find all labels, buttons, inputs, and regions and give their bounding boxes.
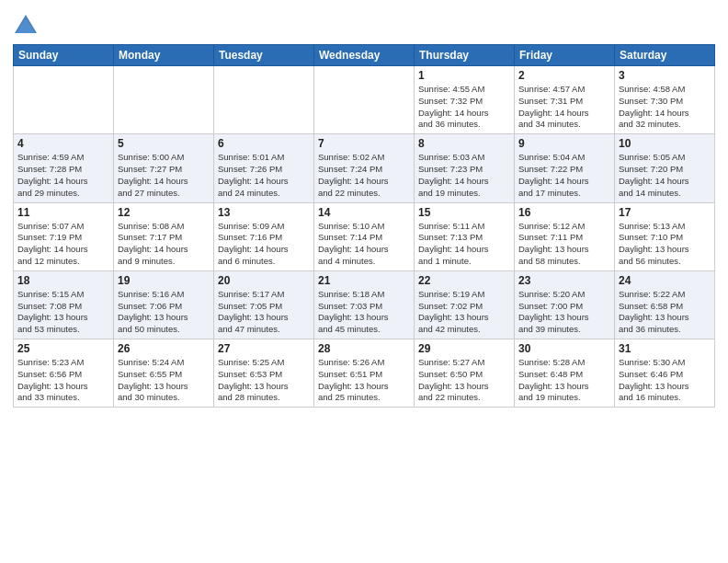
day-info: Sunrise: 5:30 AM Sunset: 6:46 PM Dayligh… — [619, 357, 711, 404]
calendar-cell: 30Sunrise: 5:28 AM Sunset: 6:48 PM Dayli… — [515, 339, 615, 408]
day-info: Sunrise: 5:07 AM Sunset: 7:19 PM Dayligh… — [17, 221, 109, 268]
day-info: Sunrise: 5:17 AM Sunset: 7:05 PM Dayligh… — [218, 289, 310, 336]
day-number: 2 — [518, 69, 610, 82]
calendar-cell: 6Sunrise: 5:01 AM Sunset: 7:26 PM Daylig… — [214, 134, 314, 202]
day-number: 31 — [619, 342, 711, 355]
day-number: 12 — [118, 206, 210, 219]
day-info: Sunrise: 5:19 AM Sunset: 7:02 PM Dayligh… — [418, 289, 510, 336]
day-number: 27 — [218, 342, 310, 355]
day-number: 20 — [218, 274, 310, 287]
calendar-table: SundayMondayTuesdayWednesdayThursdayFrid… — [13, 44, 715, 408]
calendar-cell: 3Sunrise: 4:58 AM Sunset: 7:30 PM Daylig… — [615, 66, 715, 134]
day-info: Sunrise: 5:26 AM Sunset: 6:51 PM Dayligh… — [318, 357, 410, 404]
day-info: Sunrise: 5:04 AM Sunset: 7:22 PM Dayligh… — [518, 152, 610, 199]
day-info: Sunrise: 5:16 AM Sunset: 7:06 PM Dayligh… — [118, 289, 210, 336]
day-number: 23 — [518, 274, 610, 287]
day-number: 15 — [418, 206, 510, 219]
calendar-cell: 11Sunrise: 5:07 AM Sunset: 7:19 PM Dayli… — [14, 202, 114, 270]
day-info: Sunrise: 4:58 AM Sunset: 7:30 PM Dayligh… — [619, 84, 711, 131]
day-number: 26 — [118, 342, 210, 355]
day-number: 29 — [418, 342, 510, 355]
day-info: Sunrise: 5:10 AM Sunset: 7:14 PM Dayligh… — [318, 221, 410, 268]
calendar-weekday-saturday: Saturday — [615, 45, 715, 66]
calendar-weekday-wednesday: Wednesday — [314, 45, 415, 66]
day-info: Sunrise: 5:27 AM Sunset: 6:50 PM Dayligh… — [418, 357, 510, 404]
day-number: 22 — [418, 274, 510, 287]
calendar-weekday-thursday: Thursday — [415, 45, 515, 66]
day-info: Sunrise: 5:22 AM Sunset: 6:58 PM Dayligh… — [619, 289, 711, 336]
calendar-cell: 28Sunrise: 5:26 AM Sunset: 6:51 PM Dayli… — [314, 339, 415, 408]
day-info: Sunrise: 5:25 AM Sunset: 6:53 PM Dayligh… — [218, 357, 310, 404]
day-info: Sunrise: 5:00 AM Sunset: 7:27 PM Dayligh… — [118, 152, 210, 199]
calendar-cell — [214, 66, 314, 134]
day-number: 4 — [17, 137, 109, 150]
calendar-week-row: 11Sunrise: 5:07 AM Sunset: 7:19 PM Dayli… — [14, 202, 715, 270]
calendar-week-row: 4Sunrise: 4:59 AM Sunset: 7:28 PM Daylig… — [14, 134, 715, 202]
calendar-cell: 10Sunrise: 5:05 AM Sunset: 7:20 PM Dayli… — [615, 134, 715, 202]
calendar-cell: 29Sunrise: 5:27 AM Sunset: 6:50 PM Dayli… — [415, 339, 515, 408]
calendar-cell: 4Sunrise: 4:59 AM Sunset: 7:28 PM Daylig… — [14, 134, 114, 202]
day-number: 8 — [418, 137, 510, 150]
day-number: 17 — [619, 206, 711, 219]
day-number: 30 — [518, 342, 610, 355]
page: SundayMondayTuesdayWednesdayThursdayFrid… — [0, 0, 728, 563]
day-info: Sunrise: 5:18 AM Sunset: 7:03 PM Dayligh… — [318, 289, 410, 336]
day-number: 13 — [218, 206, 310, 219]
day-info: Sunrise: 5:02 AM Sunset: 7:24 PM Dayligh… — [318, 152, 410, 199]
day-info: Sunrise: 4:57 AM Sunset: 7:31 PM Dayligh… — [518, 84, 610, 131]
calendar-cell: 17Sunrise: 5:13 AM Sunset: 7:10 PM Dayli… — [615, 202, 715, 270]
day-info: Sunrise: 5:08 AM Sunset: 7:17 PM Dayligh… — [118, 221, 210, 268]
day-info: Sunrise: 5:15 AM Sunset: 7:08 PM Dayligh… — [17, 289, 109, 336]
calendar-cell: 31Sunrise: 5:30 AM Sunset: 6:46 PM Dayli… — [615, 339, 715, 408]
calendar-cell: 7Sunrise: 5:02 AM Sunset: 7:24 PM Daylig… — [314, 134, 415, 202]
calendar-cell: 22Sunrise: 5:19 AM Sunset: 7:02 PM Dayli… — [415, 270, 515, 339]
calendar-cell — [314, 66, 415, 134]
day-number: 6 — [218, 137, 310, 150]
calendar-cell — [114, 66, 214, 134]
day-info: Sunrise: 5:23 AM Sunset: 6:56 PM Dayligh… — [17, 357, 109, 404]
calendar-cell: 14Sunrise: 5:10 AM Sunset: 7:14 PM Dayli… — [314, 202, 415, 270]
calendar-cell: 26Sunrise: 5:24 AM Sunset: 6:55 PM Dayli… — [114, 339, 214, 408]
calendar-week-row: 18Sunrise: 5:15 AM Sunset: 7:08 PM Dayli… — [14, 270, 715, 339]
day-info: Sunrise: 5:03 AM Sunset: 7:23 PM Dayligh… — [418, 152, 510, 199]
day-number: 16 — [518, 206, 610, 219]
calendar-cell: 5Sunrise: 5:00 AM Sunset: 7:27 PM Daylig… — [114, 134, 214, 202]
calendar-weekday-sunday: Sunday — [14, 45, 114, 66]
calendar-week-row: 1Sunrise: 4:55 AM Sunset: 7:32 PM Daylig… — [14, 66, 715, 134]
day-info: Sunrise: 4:59 AM Sunset: 7:28 PM Dayligh… — [17, 152, 109, 199]
day-number: 18 — [17, 274, 109, 287]
calendar-cell: 13Sunrise: 5:09 AM Sunset: 7:16 PM Dayli… — [214, 202, 314, 270]
calendar-cell: 25Sunrise: 5:23 AM Sunset: 6:56 PM Dayli… — [14, 339, 114, 408]
calendar-cell: 18Sunrise: 5:15 AM Sunset: 7:08 PM Dayli… — [14, 270, 114, 339]
day-info: Sunrise: 5:20 AM Sunset: 7:00 PM Dayligh… — [518, 289, 610, 336]
calendar-cell: 27Sunrise: 5:25 AM Sunset: 6:53 PM Dayli… — [214, 339, 314, 408]
day-info: Sunrise: 5:01 AM Sunset: 7:26 PM Dayligh… — [218, 152, 310, 199]
day-number: 5 — [118, 137, 210, 150]
day-info: Sunrise: 5:09 AM Sunset: 7:16 PM Dayligh… — [218, 221, 310, 268]
calendar-cell: 2Sunrise: 4:57 AM Sunset: 7:31 PM Daylig… — [515, 66, 615, 134]
calendar-cell: 12Sunrise: 5:08 AM Sunset: 7:17 PM Dayli… — [114, 202, 214, 270]
logo — [13, 13, 41, 39]
day-info: Sunrise: 5:13 AM Sunset: 7:10 PM Dayligh… — [619, 221, 711, 268]
calendar-cell: 8Sunrise: 5:03 AM Sunset: 7:23 PM Daylig… — [415, 134, 515, 202]
day-number: 10 — [619, 137, 711, 150]
day-info: Sunrise: 5:12 AM Sunset: 7:11 PM Dayligh… — [518, 221, 610, 268]
day-info: Sunrise: 5:05 AM Sunset: 7:20 PM Dayligh… — [619, 152, 711, 199]
calendar-weekday-friday: Friday — [515, 45, 615, 66]
calendar-cell: 24Sunrise: 5:22 AM Sunset: 6:58 PM Dayli… — [615, 270, 715, 339]
day-number: 11 — [17, 206, 109, 219]
calendar-body: 1Sunrise: 4:55 AM Sunset: 7:32 PM Daylig… — [14, 66, 715, 408]
day-info: Sunrise: 5:28 AM Sunset: 6:48 PM Dayligh… — [518, 357, 610, 404]
day-number: 3 — [619, 69, 711, 82]
day-number: 14 — [318, 206, 410, 219]
day-info: Sunrise: 4:55 AM Sunset: 7:32 PM Dayligh… — [418, 84, 510, 131]
header — [13, 9, 715, 39]
calendar-cell — [14, 66, 114, 134]
calendar-cell: 16Sunrise: 5:12 AM Sunset: 7:11 PM Dayli… — [515, 202, 615, 270]
calendar-cell: 23Sunrise: 5:20 AM Sunset: 7:00 PM Dayli… — [515, 270, 615, 339]
day-number: 21 — [318, 274, 410, 287]
day-number: 24 — [619, 274, 711, 287]
calendar-cell: 19Sunrise: 5:16 AM Sunset: 7:06 PM Dayli… — [114, 270, 214, 339]
calendar-week-row: 25Sunrise: 5:23 AM Sunset: 6:56 PM Dayli… — [14, 339, 715, 408]
day-number: 19 — [118, 274, 210, 287]
